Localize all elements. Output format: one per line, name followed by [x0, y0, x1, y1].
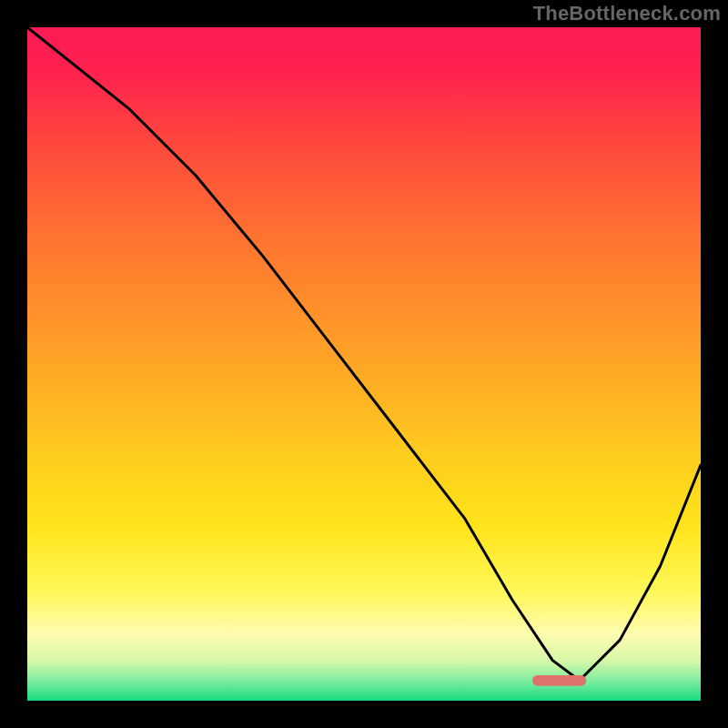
background-gradient — [27, 27, 701, 701]
svg-rect-0 — [27, 27, 701, 701]
plot-area — [24, 24, 704, 704]
watermark-text: TheBottleneck.com — [533, 2, 721, 25]
chart-frame: TheBottleneck.com — [0, 0, 728, 728]
